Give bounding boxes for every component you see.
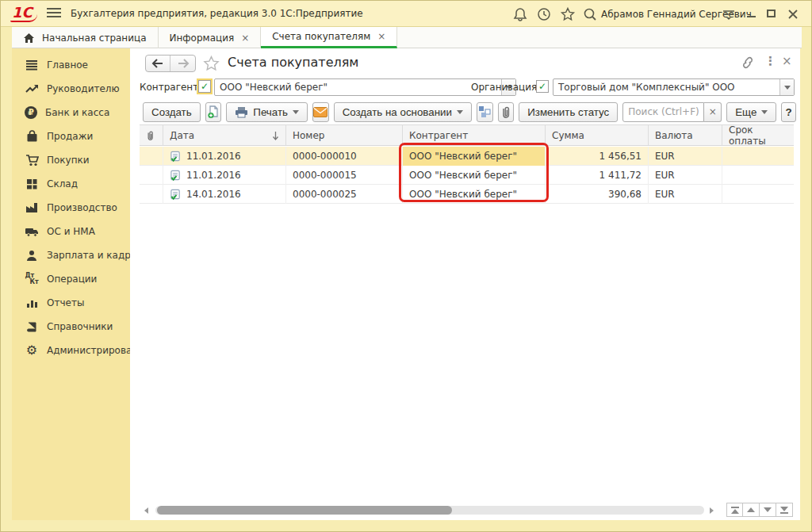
posted-document-icon bbox=[170, 151, 182, 163]
tab-customer-invoices[interactable]: Счета покупателям × bbox=[261, 27, 397, 48]
change-status-button[interactable]: Изменить статус bbox=[519, 102, 618, 122]
attachment-cell bbox=[140, 166, 163, 185]
bag-icon bbox=[25, 129, 39, 144]
sidebar-item-sales[interactable]: Продажи bbox=[12, 126, 130, 147]
sidebar-item-main[interactable]: Главное bbox=[12, 55, 130, 75]
history-icon[interactable] bbox=[536, 6, 552, 22]
search-input[interactable] bbox=[622, 102, 704, 122]
notifications-bell-icon[interactable] bbox=[512, 6, 528, 22]
more-button[interactable]: Еще bbox=[726, 102, 776, 122]
next-page-button[interactable] bbox=[760, 503, 776, 517]
sidebar-item-warehouse[interactable]: Склад bbox=[12, 174, 130, 194]
more-actions-icon[interactable]: ⋮ bbox=[764, 54, 776, 68]
menu-lines-icon bbox=[25, 58, 39, 72]
due-date-cell[interactable] bbox=[722, 147, 794, 166]
go-to-last-button[interactable] bbox=[776, 503, 793, 517]
organization-filter-combo[interactable]: Торговый дом "Комплексный" ООО bbox=[553, 78, 795, 96]
favorites-star-icon[interactable] bbox=[560, 6, 576, 22]
add-to-favorites-star-icon[interactable] bbox=[203, 55, 220, 71]
factory-icon bbox=[25, 201, 39, 215]
maximize-button[interactable] bbox=[764, 7, 779, 20]
currency-cell[interactable]: EUR bbox=[649, 185, 722, 204]
go-to-first-button[interactable] bbox=[726, 503, 743, 517]
paperclip-icon bbox=[146, 130, 155, 141]
sidebar-item-manager[interactable]: Руководителю bbox=[12, 78, 130, 99]
number-cell[interactable]: 0000-000015 bbox=[286, 166, 403, 185]
sidebar-item-fixed-assets[interactable]: ОС и НМА bbox=[12, 221, 130, 242]
amount-cell[interactable]: 1 456,51 bbox=[546, 147, 649, 166]
home-icon bbox=[23, 33, 35, 44]
posted-document-icon bbox=[170, 189, 182, 201]
sections-panel: Главное Руководителю ₽ Банк и касса Прод… bbox=[12, 48, 130, 520]
tab-close-icon[interactable]: × bbox=[241, 33, 249, 44]
app-window: 1С Бухгалтерия предприятия, редакция 3.0… bbox=[0, 0, 812, 532]
sidebar-item-salary-hr[interactable]: Зарплата и кадры bbox=[12, 245, 130, 266]
bottom-scroll-area bbox=[133, 503, 797, 520]
horizontal-scrollbar-thumb[interactable] bbox=[157, 506, 452, 515]
create-button[interactable]: Создать bbox=[143, 102, 201, 122]
sidebar-item-purchases[interactable]: Покупки bbox=[12, 150, 130, 170]
sidebar-item-reports[interactable]: Отчеты bbox=[12, 293, 130, 313]
create-based-on-button[interactable]: Создать на основании bbox=[334, 102, 472, 122]
tab-close-icon[interactable]: × bbox=[377, 31, 385, 42]
attachments-button[interactable] bbox=[498, 102, 515, 122]
previous-page-button[interactable] bbox=[743, 503, 760, 517]
print-button[interactable]: Печать bbox=[226, 102, 308, 122]
sidebar-item-administration[interactable]: ⚙ Администрирование bbox=[12, 340, 130, 361]
back-button[interactable] bbox=[146, 55, 170, 71]
counterparty-value[interactable]: ООО "Невский берег" bbox=[215, 79, 501, 95]
organization-dropdown-icon[interactable] bbox=[779, 79, 794, 95]
document-structure-button[interactable] bbox=[477, 102, 493, 122]
date-cell: 11.01.2016 bbox=[186, 170, 241, 181]
service-menu-icon[interactable] bbox=[721, 6, 737, 22]
column-header-date[interactable]: Дата bbox=[163, 125, 286, 146]
horizontal-scrollbar-track[interactable] bbox=[155, 506, 704, 515]
currency-cell[interactable]: EUR bbox=[649, 147, 722, 166]
paperclip-icon bbox=[500, 105, 511, 119]
due-date-cell[interactable] bbox=[722, 166, 794, 185]
sidebar-item-directories[interactable]: Справочники bbox=[12, 316, 130, 337]
organization-value[interactable]: Торговый дом "Комплексный" ООО bbox=[553, 79, 779, 95]
sidebar-item-production[interactable]: Производство bbox=[12, 197, 130, 218]
sidebar-item-operations[interactable]: ДтКт Операции bbox=[12, 269, 130, 289]
due-date-cell[interactable] bbox=[722, 185, 794, 204]
global-search-icon[interactable] bbox=[582, 6, 598, 22]
close-form-icon[interactable]: × bbox=[782, 54, 792, 68]
amount-cell[interactable]: 390,68 bbox=[546, 185, 649, 204]
printer-icon bbox=[235, 106, 248, 118]
column-header-due-date[interactable]: Срок оплаты bbox=[722, 125, 794, 146]
page-title: Счета покупателям bbox=[228, 55, 358, 70]
help-button[interactable]: ? bbox=[781, 102, 796, 122]
history-nav-buttons bbox=[145, 55, 196, 72]
organization-filter-label: Организация: bbox=[471, 82, 540, 93]
main-menu-icon[interactable] bbox=[47, 8, 61, 19]
column-header-attachments[interactable] bbox=[140, 125, 163, 146]
customer-invoices-form: Счета покупателям ⋮ × Контрагент: ✓ ООО … bbox=[130, 48, 800, 520]
number-cell[interactable]: 0000-000010 bbox=[286, 147, 403, 166]
get-link-icon[interactable] bbox=[741, 56, 755, 69]
column-header-number[interactable]: Номер bbox=[286, 125, 403, 146]
tab-information[interactable]: Информация × bbox=[159, 27, 262, 48]
column-header-amount[interactable]: Сумма bbox=[546, 125, 649, 146]
currency-cell[interactable]: EUR bbox=[649, 166, 722, 185]
number-cell[interactable]: 0000-000025 bbox=[286, 185, 403, 204]
send-email-button[interactable] bbox=[312, 102, 329, 122]
column-header-currency[interactable]: Валюта bbox=[649, 125, 722, 146]
truck-icon bbox=[25, 224, 39, 239]
scroll-left-icon[interactable] bbox=[144, 507, 148, 514]
sidebar-item-bank-cash[interactable]: ₽ Банк и касса bbox=[12, 102, 130, 123]
forward-button[interactable] bbox=[170, 55, 195, 71]
counterparty-filter-checkbox[interactable]: ✓ bbox=[198, 80, 211, 93]
organization-filter-checkbox[interactable]: ✓ bbox=[536, 80, 549, 93]
book-icon bbox=[25, 320, 39, 334]
scroll-right-icon[interactable] bbox=[710, 507, 714, 514]
dtkt-icon: ДтКт bbox=[25, 272, 39, 286]
clear-search-icon[interactable]: × bbox=[704, 102, 722, 122]
attachment-cell bbox=[140, 185, 163, 204]
amount-cell[interactable]: 1 411,72 bbox=[546, 166, 649, 185]
person-icon bbox=[25, 248, 39, 262]
tab-home-page[interactable]: Начальная страница bbox=[12, 27, 159, 48]
minimize-button[interactable] bbox=[745, 7, 759, 20]
close-window-button[interactable] bbox=[786, 7, 800, 20]
copy-document-button[interactable] bbox=[205, 102, 222, 122]
